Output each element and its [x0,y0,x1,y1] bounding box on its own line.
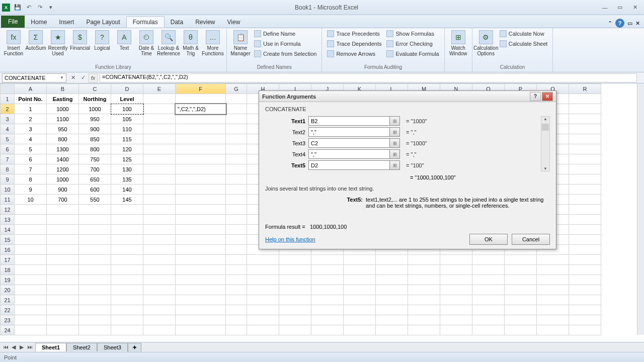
cell-D22[interactable] [111,305,143,315]
cell-A2[interactable]: 1 [15,104,47,114]
cell-R19[interactable] [569,275,601,285]
row-header-13[interactable]: 13 [1,215,15,225]
cell-O17[interactable] [472,255,505,265]
cell-E7[interactable] [143,154,176,164]
cell-H21[interactable] [247,295,279,305]
dialog-title-bar[interactable]: Function Arguments ? ✕ [259,91,556,102]
help-icon[interactable]: ? [615,19,624,28]
cell-F7[interactable] [176,154,226,164]
cell-G5[interactable] [226,134,247,144]
cell-M18[interactable] [408,265,440,275]
arg-input-0[interactable] [308,116,390,126]
trace-dependents-button[interactable]: Trace Dependents [325,39,383,48]
arg-collapse-3[interactable]: ⊞ [390,149,400,159]
cell-C18[interactable] [79,265,111,275]
cell-J20[interactable] [311,285,344,295]
cell-B12[interactable] [47,205,79,215]
cell-R23[interactable] [569,315,601,325]
cell-F2[interactable]: ",C2,",",D2) [176,104,226,114]
cell-D11[interactable]: 145 [111,195,143,205]
cell-O19[interactable] [472,275,505,285]
cell-N21[interactable] [440,295,472,305]
cell-J24[interactable] [311,325,344,335]
cell-P21[interactable] [505,295,537,305]
cell-O20[interactable] [472,285,505,295]
cell-G16[interactable] [226,245,247,255]
cell-L18[interactable] [376,265,408,275]
cell-E20[interactable] [143,285,176,295]
cell-B6[interactable]: 1300 [47,144,79,154]
cell-F18[interactable] [176,265,226,275]
scroll-down-icon[interactable]: ▼ [541,166,549,171]
cell-E17[interactable] [143,255,176,265]
minimize-ribbon-icon[interactable]: ⌃ [608,20,612,27]
autosum-button[interactable]: ΣAutoSum [25,29,46,52]
cell-R4[interactable] [569,124,601,134]
redo-icon[interactable]: ↷ [34,2,45,13]
logical-button[interactable]: ?Logical [92,29,113,52]
cell-F22[interactable] [176,305,226,315]
cell-B4[interactable]: 950 [47,124,79,134]
cell-G21[interactable] [226,295,247,305]
cell-B7[interactable]: 1400 [47,154,79,164]
cell-P19[interactable] [505,275,537,285]
cell-I20[interactable] [279,285,311,295]
cell-A1[interactable]: Point No. [15,94,47,104]
create-from-selection-button[interactable]: Create from Selection [252,49,318,58]
cell-Q18[interactable] [537,265,569,275]
use-in-formula-button[interactable]: Use in Formula [252,39,318,48]
cell-K19[interactable] [344,275,376,285]
cell-G13[interactable] [226,215,247,225]
tab-file[interactable]: File [1,16,25,28]
tab-data[interactable]: Data [165,17,189,28]
trace-precedents-button[interactable]: Trace Precedents [325,29,383,38]
cell-D9[interactable]: 135 [111,174,143,185]
cell-D10[interactable]: 140 [111,185,143,195]
cell-N22[interactable] [440,305,472,315]
cell-C10[interactable]: 600 [79,185,111,195]
cell-E3[interactable] [143,114,176,124]
cell-D4[interactable]: 110 [111,124,143,134]
cell-D17[interactable] [111,255,143,265]
define-name-button[interactable]: Define Name [252,29,318,38]
cell-K23[interactable] [344,315,376,325]
cell-B19[interactable] [47,275,79,285]
cell-C22[interactable] [79,305,111,315]
cell-C14[interactable] [79,225,111,235]
cell-R21[interactable] [569,295,601,305]
cell-E4[interactable] [143,124,176,134]
arg-collapse-2[interactable]: ⊞ [390,138,400,148]
cell-F24[interactable] [176,325,226,335]
math-trig-button[interactable]: θMath & Trig [180,29,201,57]
cell-G6[interactable] [226,144,247,154]
cell-I17[interactable] [279,255,311,265]
cell-Q20[interactable] [537,285,569,295]
cell-R24[interactable] [569,325,601,335]
cell-H23[interactable] [247,315,279,325]
text-button[interactable]: AText [114,29,135,52]
cell-R18[interactable] [569,265,601,275]
cell-R8[interactable] [569,164,601,174]
cell-B9[interactable]: 1000 [47,174,79,185]
tab-page-layout[interactable]: Page Layout [80,17,126,28]
cell-F10[interactable] [176,185,226,195]
col-header-R[interactable]: R [569,84,601,94]
cell-E13[interactable] [143,215,176,225]
cell-D21[interactable] [111,295,143,305]
cell-N20[interactable] [440,285,472,295]
cell-A13[interactable] [15,215,47,225]
cell-E6[interactable] [143,144,176,154]
cell-B16[interactable] [47,245,79,255]
enter-formula-icon[interactable]: ✓ [78,73,88,82]
cell-R5[interactable] [569,134,601,144]
cell-G23[interactable] [226,315,247,325]
cell-H18[interactable] [247,265,279,275]
row-header-9[interactable]: 9 [1,174,15,185]
cell-F5[interactable] [176,134,226,144]
cell-F15[interactable] [176,235,226,245]
cell-O24[interactable] [472,325,505,335]
cell-R14[interactable] [569,225,601,235]
tab-formulas[interactable]: Formulas [126,16,165,28]
evaluate-formula-button[interactable]: Evaluate Formula [384,49,441,58]
cell-D12[interactable] [111,205,143,215]
